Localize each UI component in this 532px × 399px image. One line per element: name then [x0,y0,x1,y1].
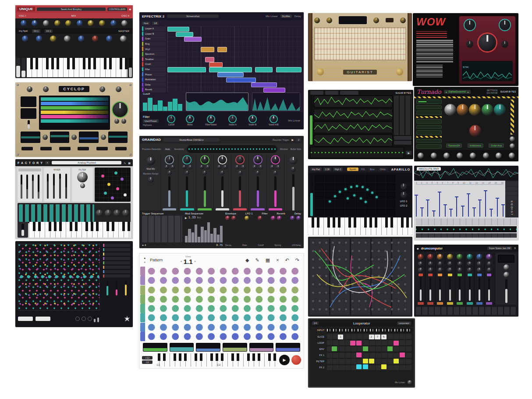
osc-knob[interactable] [121,20,128,26]
preset-display[interactable]: StutterBeat DWSEnv [163,138,220,142]
right-icon[interactable]: ▸ [468,90,469,93]
osc-knob[interactable] [65,20,71,26]
osc-knob[interactable] [110,20,117,26]
step-bar[interactable] [163,107,167,111]
module-main-knob[interactable] [219,156,226,164]
wave-icon[interactable]: ∿ [124,161,126,164]
channel-select-pad[interactable] [448,274,452,276]
step-bar[interactable] [148,98,152,111]
filter-knob[interactable] [168,116,174,122]
sequence-clip[interactable] [205,57,214,62]
looperator-cell[interactable]: 1 [338,335,343,339]
mixer-slider[interactable] [47,174,49,199]
footer-chip[interactable] [35,317,50,321]
module-small-knob[interactable] [273,171,277,175]
voice-chip[interactable] [103,248,130,251]
channel-knob-1[interactable] [427,254,433,260]
channel-knob-2[interactable] [418,261,423,266]
looperator-cell[interactable] [356,353,362,357]
unique-keyboard[interactable] [27,58,128,77]
effect-row-button[interactable]: Filter [142,67,166,72]
preset-list-white-lines[interactable] [416,39,453,62]
output-knob[interactable] [289,157,297,164]
macro-slider[interactable] [116,281,117,296]
fx-knob[interactable] [92,36,99,42]
channel-knob-2[interactable] [487,261,492,266]
row-select-tab[interactable] [140,276,145,285]
arp-note-dot[interactable] [350,186,352,188]
mod-bar[interactable] [195,224,197,242]
macro-knob[interactable] [418,153,424,159]
mixer-slider[interactable] [53,174,55,199]
output-slider[interactable] [292,174,294,211]
slice-marker[interactable] [433,210,434,217]
module-small-knob[interactable] [167,171,172,175]
arp-note-dot[interactable] [362,186,364,188]
volume-slider[interactable] [129,58,132,77]
looperator-cell[interactable] [394,341,399,346]
delay-label[interactable]: Delay [294,212,301,215]
patch-cables[interactable] [308,237,412,317]
mod-bar[interactable] [207,222,210,242]
cyclop-button[interactable] [40,147,52,150]
looperator-cell[interactable] [363,346,368,351]
channel-fader[interactable] [429,278,431,301]
prev-icon[interactable]: ◂ [180,260,182,263]
footer-slider[interactable] [97,315,99,322]
looperator-cell[interactable] [356,364,362,369]
delay-rate-knob[interactable] [296,216,301,221]
effect-slot[interactable] [416,139,442,143]
aparillo-tab[interactable]: Env [368,167,376,171]
arp-note-dot[interactable] [353,194,355,196]
mod-bar[interactable] [198,237,200,242]
channel-knob-3[interactable] [487,267,492,272]
macro-knob[interactable] [431,153,437,159]
osc-knob[interactable] [99,20,105,26]
sequence-clip[interactable] [167,27,189,32]
cyclop-knob[interactable] [43,135,48,140]
module-small-knob[interactable] [252,165,257,169]
mod-bar[interactable] [192,232,194,242]
side-button[interactable] [506,196,518,200]
mod-bar[interactable] [188,229,191,242]
lfo2-chip[interactable]: LFO 2 [400,204,408,207]
arp-note-dot[interactable] [344,188,347,190]
mixer-slider[interactable] [65,174,67,199]
dseq-master-slider[interactable] [310,96,312,145]
side-button[interactable] [506,182,518,185]
module-small-knob[interactable] [223,165,227,169]
macro-slider[interactable] [106,281,108,296]
slice-marker[interactable] [503,204,504,217]
cyclop-knob[interactable] [101,135,106,140]
module-main-knob[interactable] [166,156,173,164]
channel-mute-chip[interactable] [427,302,433,305]
module-small-knob[interactable] [199,165,204,169]
drum-preset-display[interactable]: Super Space Jam XM [487,246,512,250]
arp-note-dot[interactable] [365,201,367,203]
note-dot-row[interactable] [145,276,301,285]
matrix-dot[interactable] [114,171,117,175]
filter-knob[interactable] [229,116,236,122]
osc-slider[interactable] [38,175,39,199]
turnado-effect-knob[interactable] [469,104,481,116]
value-chip[interactable]: 0.38 [323,167,331,171]
mod-bar[interactable] [204,230,207,242]
module-slider[interactable] [257,176,259,207]
channel-mute-chip[interactable] [457,302,463,305]
preset-display[interactable]: Screenshot [167,14,219,18]
mod-wheel[interactable] [21,58,25,77]
channel-knob-1[interactable] [457,254,463,260]
voice-chip[interactable] [103,274,130,278]
voice-chip[interactable] [103,253,130,256]
step-bar[interactable] [158,100,162,111]
note-dot-row[interactable] [145,295,301,304]
delay-tab[interactable]: Delay [294,15,301,18]
row-select-tab[interactable] [140,304,145,313]
row-select-tab[interactable] [140,313,145,322]
voice-chip[interactable] [103,244,130,247]
module-main-knob[interactable] [236,156,244,164]
patch-cable[interactable] [317,274,407,298]
looperator-cell[interactable]: 2 [369,335,374,339]
effect-row-button[interactable]: Tonalizer [142,57,166,62]
turnado-effect-knob[interactable] [494,104,506,116]
